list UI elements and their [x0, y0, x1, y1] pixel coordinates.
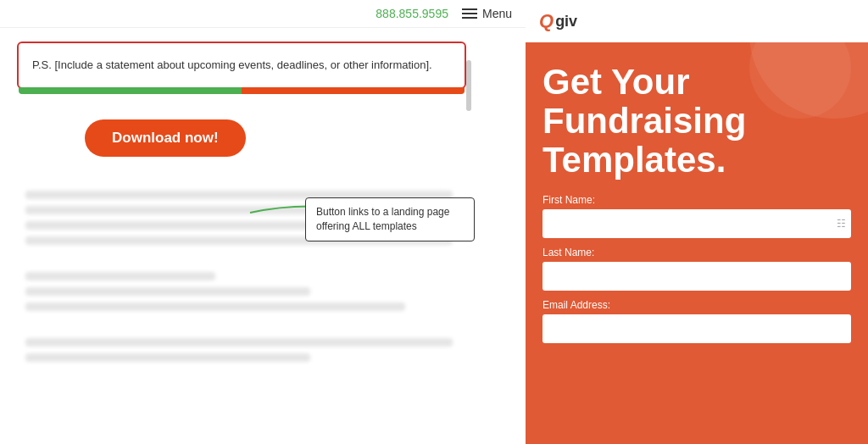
last-name-label: Last Name:: [542, 247, 851, 258]
first-name-input-wrap: ☷: [542, 209, 851, 238]
signup-form: First Name: ☷ Last Name: Email Address:: [526, 194, 868, 343]
logo-text: giv: [555, 13, 577, 31]
logo-icon: Q: [539, 10, 554, 32]
blur-row: [25, 272, 215, 280]
email-input[interactable]: [542, 314, 851, 343]
right-panel: Q giv Get Your Fundraising Templates. Fi…: [526, 0, 868, 444]
blur-row: [25, 353, 310, 362]
last-name-field: Last Name:: [542, 247, 851, 291]
ps-card: P.S. [Include a statement about upcoming…: [17, 42, 466, 89]
email-label: Email Address:: [542, 299, 851, 311]
left-panel: 888.855.9595 Menu P.S. [Include a statem…: [0, 0, 526, 444]
heading-line1: Get Your: [542, 62, 689, 102]
last-name-input-wrap: [542, 262, 851, 291]
first-name-label: First Name:: [542, 194, 851, 206]
hero-heading: Get Your Fundraising Templates.: [542, 63, 851, 180]
top-bar: 888.855.9595 Menu: [0, 0, 526, 28]
heading-line3: Templates.: [542, 140, 726, 180]
annotation-text: Button links to a landing page offering …: [316, 206, 449, 232]
email-input-wrap: [542, 314, 851, 343]
last-name-input[interactable]: [542, 262, 851, 291]
hero-section: Get Your Fundraising Templates.: [526, 42, 868, 194]
download-button-wrap: Download now!: [85, 119, 246, 157]
first-name-field: First Name: ☷: [542, 194, 851, 238]
document-area: P.S. [Include a statement about upcoming…: [0, 28, 526, 375]
email-field: Email Address:: [542, 299, 851, 343]
input-icon: ☷: [837, 218, 846, 230]
logo: Q giv: [539, 10, 577, 32]
blur-row: [25, 302, 405, 311]
heading-line2: Fundraising: [542, 101, 746, 141]
menu-label: Menu: [482, 7, 512, 20]
blur-row: [25, 287, 310, 296]
phone-number: 888.855.9595: [376, 7, 448, 20]
ps-text: P.S. [Include a statement about upcoming…: [32, 57, 451, 74]
right-header: Q giv: [526, 0, 868, 42]
hamburger-icon: [462, 8, 477, 19]
blur-row: [25, 338, 453, 347]
menu-button[interactable]: Menu: [462, 7, 512, 20]
scrollbar[interactable]: [466, 60, 471, 111]
annotation-box: Button links to a landing page offering …: [305, 197, 475, 241]
first-name-input[interactable]: [542, 209, 851, 238]
download-button[interactable]: Download now!: [85, 119, 246, 157]
